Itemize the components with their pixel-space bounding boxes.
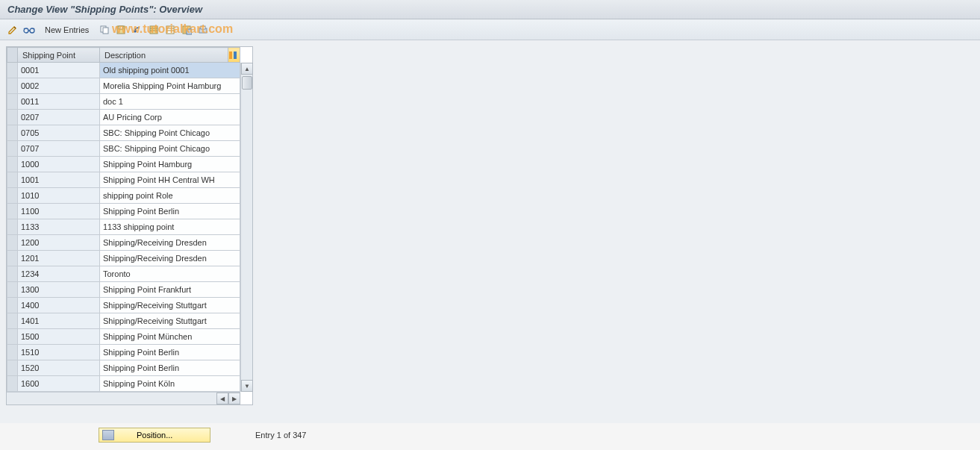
table-row[interactable]: 1510Shipping Point Berlin bbox=[7, 345, 240, 360]
table-config-icon[interactable] bbox=[228, 48, 240, 63]
table-row[interactable]: 0207AU Pricing Corp bbox=[7, 110, 240, 125]
shipping-point-description[interactable]: Shipping Point München bbox=[100, 329, 240, 345]
position-button[interactable]: Position... bbox=[99, 428, 210, 443]
shipping-point-code[interactable]: 0001 bbox=[18, 63, 100, 78]
table-row[interactable]: 1010shipping point Role bbox=[7, 188, 240, 204]
shipping-point-code[interactable]: 1600 bbox=[18, 376, 100, 392]
row-selector[interactable] bbox=[7, 204, 18, 219]
table-row[interactable]: 1234Toronto bbox=[7, 266, 240, 282]
col-shipping-point[interactable]: Shipping Point bbox=[18, 48, 100, 63]
print-icon[interactable] bbox=[196, 23, 210, 37]
shipping-point-code[interactable]: 1010 bbox=[18, 188, 100, 204]
row-selector[interactable] bbox=[7, 360, 18, 376]
table-row[interactable]: 1300Shipping Point Frankfurt bbox=[7, 282, 240, 298]
row-selector[interactable] bbox=[7, 125, 18, 141]
shipping-point-code[interactable]: 1510 bbox=[18, 345, 100, 360]
shipping-point-code[interactable]: 0707 bbox=[18, 141, 100, 157]
vertical-scrollbar[interactable]: ▲ ▼ bbox=[240, 63, 252, 392]
shipping-point-description[interactable]: Shipping Point HH Central WH bbox=[100, 172, 240, 188]
row-selector[interactable] bbox=[7, 110, 18, 125]
shipping-point-description[interactable]: Shipping/Receiving Stuttgart bbox=[100, 313, 240, 329]
col-description[interactable]: Description bbox=[100, 48, 228, 63]
table-row[interactable]: 1201Shipping/Receiving Dresden bbox=[7, 251, 240, 266]
table-settings-icon[interactable] bbox=[180, 23, 193, 37]
table-row[interactable]: 0705SBC: Shipping Point Chicago bbox=[7, 125, 240, 141]
shipping-point-code[interactable]: 1000 bbox=[18, 157, 100, 172]
table-row[interactable]: 1001Shipping Point HH Central WH bbox=[7, 172, 240, 188]
table-row[interactable]: 0002Morelia Shipping Point Hamburg bbox=[7, 78, 240, 94]
shipping-point-description[interactable]: Shipping/Receiving Dresden bbox=[100, 235, 240, 251]
shipping-point-description[interactable]: SBC: Shipping Point Chicago bbox=[100, 125, 240, 141]
table-row[interactable]: 0707SBC: Shipping Point Chicago bbox=[7, 141, 240, 157]
shipping-point-code[interactable]: 0011 bbox=[18, 94, 100, 110]
shipping-point-description[interactable]: Shipping Point Berlin bbox=[100, 360, 240, 376]
table-row[interactable]: 1400Shipping/Receiving Stuttgart bbox=[7, 298, 240, 313]
table-row[interactable]: 1520Shipping Point Berlin bbox=[7, 360, 240, 376]
shipping-point-description[interactable]: Toronto bbox=[100, 266, 240, 282]
shipping-point-description[interactable]: Old shipping point 0001 bbox=[100, 63, 240, 78]
row-selector[interactable] bbox=[7, 219, 18, 235]
shipping-point-code[interactable]: 1300 bbox=[18, 282, 100, 298]
shipping-point-description[interactable]: SBC: Shipping Point Chicago bbox=[100, 141, 240, 157]
row-selector[interactable] bbox=[7, 78, 18, 94]
shipping-point-code[interactable]: 1100 bbox=[18, 204, 100, 219]
scroll-down-icon[interactable]: ▼ bbox=[241, 380, 253, 392]
shipping-point-code[interactable]: 1234 bbox=[18, 266, 100, 282]
row-selector[interactable] bbox=[7, 329, 18, 345]
table-row[interactable]: 11331133 shipping point bbox=[7, 219, 240, 235]
glasses-icon[interactable] bbox=[22, 23, 36, 37]
shipping-point-description[interactable]: Morelia Shipping Point Hamburg bbox=[100, 78, 240, 94]
shipping-point-code[interactable]: 1001 bbox=[18, 172, 100, 188]
scroll-up-icon[interactable]: ▲ bbox=[241, 63, 253, 75]
shipping-point-code[interactable]: 0207 bbox=[18, 110, 100, 125]
change-icon[interactable] bbox=[6, 23, 19, 37]
shipping-point-description[interactable]: shipping point Role bbox=[100, 188, 240, 204]
select-all-icon[interactable] bbox=[147, 23, 160, 37]
shipping-point-description[interactable]: Shipping/Receiving Stuttgart bbox=[100, 298, 240, 313]
row-selector[interactable] bbox=[7, 157, 18, 172]
shipping-point-code[interactable]: 0002 bbox=[18, 78, 100, 94]
shipping-point-description[interactable]: AU Pricing Corp bbox=[100, 110, 240, 125]
scroll-right-icon[interactable]: ▶ bbox=[228, 393, 240, 404]
scroll-left-icon[interactable]: ◀ bbox=[216, 393, 228, 404]
shipping-point-code[interactable]: 1520 bbox=[18, 360, 100, 376]
row-selector[interactable] bbox=[7, 141, 18, 157]
row-selector[interactable] bbox=[7, 376, 18, 392]
row-selector[interactable] bbox=[7, 282, 18, 298]
shipping-point-description[interactable]: Shipping Point Berlin bbox=[100, 204, 240, 219]
shipping-point-description[interactable]: Shipping Point Frankfurt bbox=[100, 282, 240, 298]
row-selector[interactable] bbox=[7, 266, 18, 282]
save-icon[interactable] bbox=[114, 23, 128, 37]
table-row[interactable]: 1401Shipping/Receiving Stuttgart bbox=[7, 313, 240, 329]
table-row[interactable]: 0011doc 1 bbox=[7, 94, 240, 110]
table-row[interactable]: 1100Shipping Point Berlin bbox=[7, 204, 240, 219]
row-selector[interactable] bbox=[7, 345, 18, 360]
shipping-point-code[interactable]: 1201 bbox=[18, 251, 100, 266]
shipping-point-description[interactable]: Shipping Point Köln bbox=[100, 376, 240, 392]
shipping-point-description[interactable]: doc 1 bbox=[100, 94, 240, 110]
row-selector[interactable] bbox=[7, 251, 18, 266]
shipping-point-code[interactable]: 0705 bbox=[18, 125, 100, 141]
undo-icon[interactable] bbox=[131, 23, 144, 37]
table-row[interactable]: 1500Shipping Point München bbox=[7, 329, 240, 345]
horizontal-scrollbar[interactable]: ◀ ▶ bbox=[7, 392, 240, 404]
shipping-point-code[interactable]: 1400 bbox=[18, 298, 100, 313]
shipping-point-code[interactable]: 1133 bbox=[18, 219, 100, 235]
table-row[interactable]: 1000Shipping Point Hamburg bbox=[7, 157, 240, 172]
shipping-point-description[interactable]: Shipping Point Berlin bbox=[100, 345, 240, 360]
row-selector[interactable] bbox=[7, 298, 18, 313]
table-row[interactable]: 0001Old shipping point 0001 bbox=[7, 63, 240, 78]
shipping-point-code[interactable]: 1200 bbox=[18, 235, 100, 251]
table-row[interactable]: 1200Shipping/Receiving Dresden bbox=[7, 235, 240, 251]
scroll-thumb[interactable] bbox=[242, 76, 252, 90]
table-row[interactable]: 1600Shipping Point Köln bbox=[7, 376, 240, 392]
row-selector[interactable] bbox=[7, 235, 18, 251]
row-selector-header[interactable] bbox=[7, 48, 18, 63]
row-selector[interactable] bbox=[7, 313, 18, 329]
copy-icon[interactable] bbox=[98, 23, 111, 37]
row-selector[interactable] bbox=[7, 188, 18, 204]
new-entries-button[interactable]: New Entries bbox=[39, 22, 95, 37]
shipping-point-description[interactable]: Shipping/Receiving Dresden bbox=[100, 251, 240, 266]
shipping-point-code[interactable]: 1500 bbox=[18, 329, 100, 345]
row-selector[interactable] bbox=[7, 172, 18, 188]
